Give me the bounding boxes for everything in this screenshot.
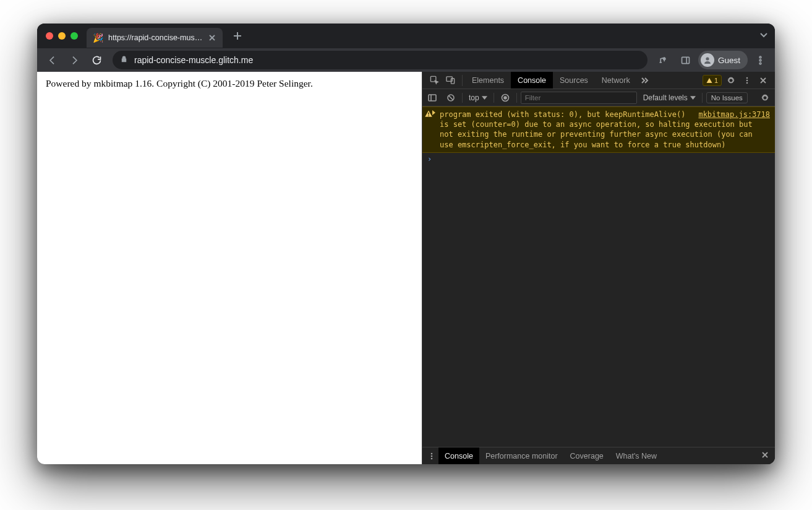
side-panel-icon[interactable] [676, 50, 696, 70]
svg-point-2 [759, 56, 761, 58]
page-body-text: Powered by mkbitmap 1.16. Copyright (C) … [46, 78, 413, 89]
svg-point-17 [431, 452, 433, 454]
svg-point-10 [746, 82, 748, 84]
tab-strip: 🎉 https://rapid-concise-muscle.g [37, 24, 775, 48]
warning-icon [425, 110, 432, 118]
url-text: rapid-concise-muscle.glitch.me [134, 55, 253, 65]
browser-tab[interactable]: 🎉 https://rapid-concise-muscle.g [87, 28, 223, 48]
clear-console-icon[interactable] [443, 90, 458, 105]
device-toolbar-icon[interactable] [442, 72, 458, 89]
drawer-tab-whats-new[interactable]: What's New [610, 447, 663, 464]
window-controls [46, 32, 78, 40]
svg-point-14 [504, 97, 506, 99]
drawer-tab-console[interactable]: Console [438, 447, 479, 464]
tab-elements[interactable]: Elements [465, 72, 511, 89]
profile-label: Guest [718, 56, 740, 65]
more-tabs-button[interactable] [637, 76, 652, 85]
content-area: Powered by mkbitmap 1.16. Copyright (C) … [37, 72, 775, 464]
profile-button[interactable]: Guest [698, 51, 748, 69]
drawer-tab-coverage[interactable]: Coverage [564, 447, 610, 464]
warnings-count: 1 [714, 77, 718, 84]
console-filter-input[interactable] [521, 92, 637, 104]
svg-point-19 [431, 457, 433, 459]
prompt-caret-icon: › [427, 155, 432, 163]
close-window-button[interactable] [46, 32, 53, 40]
svg-rect-16 [428, 115, 429, 116]
console-output[interactable]: mkbitmap.js:3718 program exited (with st… [422, 106, 775, 447]
back-button[interactable] [42, 50, 62, 70]
new-tab-button[interactable] [229, 27, 246, 45]
devtools-settings-icon[interactable] [723, 72, 739, 89]
close-tab-button[interactable] [208, 33, 216, 42]
page-viewport: Powered by mkbitmap 1.16. Copyright (C) … [37, 72, 422, 464]
svg-rect-11 [429, 95, 436, 101]
expand-caret-icon[interactable] [432, 110, 435, 115]
console-warning-row[interactable]: mkbitmap.js:3718 program exited (with st… [422, 106, 775, 153]
lock-icon [120, 55, 128, 65]
favicon-icon: 🎉 [93, 33, 103, 43]
drawer-close-icon[interactable] [758, 451, 772, 460]
tab-network[interactable]: Network [595, 72, 637, 89]
svg-point-8 [746, 77, 748, 79]
console-prompt[interactable]: › [422, 153, 775, 165]
devtools-drawer: Console Performance monitor Coverage Wha… [422, 447, 775, 464]
reload-button[interactable] [87, 50, 106, 70]
console-source-link[interactable]: mkbitmap.js:3718 [692, 110, 770, 119]
console-settings-icon[interactable] [758, 90, 772, 105]
svg-point-4 [759, 63, 761, 64]
live-expression-icon[interactable] [498, 90, 513, 105]
minimize-window-button[interactable] [58, 32, 66, 40]
console-toolbar: top Default levels No Issues [422, 89, 775, 106]
devtools-menu-icon[interactable] [739, 72, 755, 89]
tab-sources[interactable]: Sources [553, 72, 595, 89]
svg-point-9 [746, 79, 748, 81]
drawer-tab-performance-monitor[interactable]: Performance monitor [479, 447, 564, 464]
console-sidebar-toggle-icon[interactable] [425, 90, 440, 105]
avatar-icon [701, 53, 714, 67]
inspect-element-icon[interactable] [426, 72, 442, 89]
log-levels-label: Default levels [643, 93, 688, 102]
log-levels-selector[interactable]: Default levels [641, 93, 698, 102]
devtools-panel: Elements Console Sources Network 1 [422, 72, 775, 464]
drawer-menu-icon[interactable] [425, 452, 438, 460]
tab-title: https://rapid-concise-muscle.g [108, 33, 203, 42]
issues-chip[interactable]: No Issues [706, 92, 748, 103]
devtools-tab-bar: Elements Console Sources Network 1 [422, 72, 775, 89]
svg-point-18 [431, 455, 433, 457]
browser-toolbar: rapid-concise-muscle.glitch.me Guest [37, 48, 775, 72]
svg-rect-0 [682, 57, 690, 63]
media-control-icon[interactable] [654, 50, 673, 70]
svg-point-3 [759, 59, 761, 61]
tab-search-button[interactable] [759, 30, 769, 42]
forward-button[interactable] [64, 50, 84, 70]
context-selector[interactable]: top [466, 93, 490, 102]
context-label: top [469, 93, 479, 102]
svg-point-1 [706, 57, 709, 60]
svg-rect-15 [428, 113, 429, 115]
address-bar[interactable]: rapid-concise-muscle.glitch.me [113, 51, 647, 69]
warnings-badge[interactable]: 1 [703, 75, 722, 86]
devtools-close-icon[interactable] [755, 72, 771, 89]
browser-menu-button[interactable] [750, 50, 770, 70]
tab-console[interactable]: Console [511, 72, 553, 89]
maximize-window-button[interactable] [71, 32, 78, 40]
browser-window: 🎉 https://rapid-concise-muscle.g [37, 24, 775, 464]
